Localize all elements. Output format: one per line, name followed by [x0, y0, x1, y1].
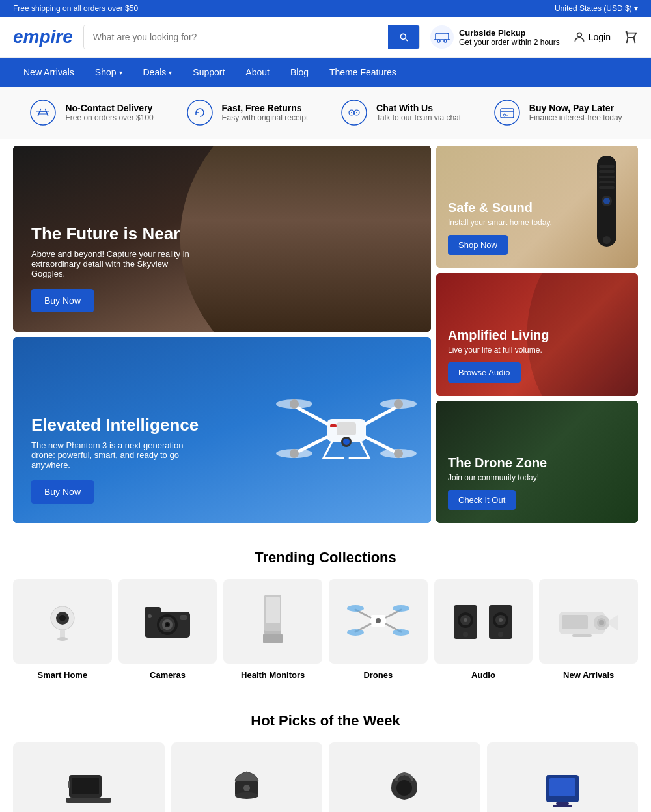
- chat-title: Chat With Us: [376, 103, 461, 113]
- top-bar-right[interactable]: United States (USD $) ▾: [555, 4, 638, 13]
- svg-point-3: [577, 33, 581, 37]
- trending-section: Trending Collections Smart Home: [0, 523, 651, 693]
- svg-point-51: [166, 623, 169, 626]
- deals-arrow: ▾: [169, 69, 172, 76]
- returns-sub: Easy with original receipt: [222, 113, 309, 122]
- audio-button[interactable]: Browse Audio: [448, 362, 521, 383]
- pay-later-sub: Finance interest-free today: [529, 113, 622, 122]
- nav-new-arrivals[interactable]: New Arrivals: [13, 58, 85, 87]
- drone-zone-content: The Drone Zone Join our community today!…: [436, 401, 638, 523]
- audio-description: Live your life at full volume.: [448, 345, 626, 355]
- login-button[interactable]: Login: [573, 31, 611, 44]
- pay-later-title: Buy Now, Pay Later: [529, 103, 622, 113]
- svg-point-13: [503, 114, 506, 116]
- drone-buy-button[interactable]: Buy Now: [31, 480, 94, 504]
- hot-picks-title: Hot Picks of the Week: [13, 712, 638, 729]
- hot-pick-1[interactable]: [13, 742, 165, 812]
- svg-rect-52: [180, 615, 187, 620]
- svg-point-78: [498, 632, 503, 637]
- drone-zone-description: Join our community today!: [448, 473, 626, 482]
- hot-pick-4[interactable]: [487, 742, 639, 812]
- svg-rect-88: [68, 781, 70, 788]
- svg-point-65: [393, 605, 409, 612]
- svg-point-4: [31, 100, 55, 125]
- trending-title: Trending Collections: [13, 549, 638, 566]
- collection-img-cameras: [118, 579, 217, 664]
- svg-rect-96: [556, 802, 569, 805]
- drone-description: The new Phantom 3 is a next generation d…: [31, 440, 201, 470]
- svg-point-11: [495, 100, 519, 125]
- nav-support[interactable]: Support: [182, 58, 235, 87]
- nav-theme-features[interactable]: Theme Features: [319, 58, 407, 87]
- vr-buy-button[interactable]: Buy Now: [31, 289, 94, 312]
- curbside-pickup: Curbside Pickup Get your order within 2 …: [430, 25, 560, 49]
- hero-left: The Future is Near Above and beyond! Cap…: [13, 146, 431, 523]
- shop-arrow: ▾: [119, 69, 122, 76]
- svg-point-10: [356, 112, 357, 113]
- hot-pick-2[interactable]: [171, 742, 323, 812]
- drone-zone-button[interactable]: Check It Out: [448, 490, 516, 510]
- search-input[interactable]: [84, 25, 388, 49]
- collection-label-audio: Audio: [434, 670, 533, 680]
- hero-drone-card: Elevated Intelligence The new Phantom 3 …: [13, 337, 431, 523]
- hero-vr-content: The Future is Near Above and beyond! Cap…: [13, 146, 431, 332]
- svg-point-67: [393, 629, 409, 636]
- curbside-title: Curbside Pickup: [459, 28, 560, 38]
- curbside-subtitle: Get your order within 2 hours: [459, 38, 560, 47]
- collection-label-smart-home: Smart Home: [13, 670, 112, 680]
- collection-img-health: [223, 579, 322, 664]
- audio-content: Amplified Living Live your life at full …: [436, 273, 638, 396]
- returns-icon: [186, 98, 214, 127]
- collection-new-arrivals[interactable]: New Arrivals: [539, 579, 638, 680]
- collection-cameras[interactable]: Cameras: [118, 579, 217, 680]
- search-button[interactable]: [388, 25, 419, 49]
- cart-button[interactable]: [624, 30, 638, 44]
- nav-about[interactable]: About: [235, 58, 280, 87]
- svg-point-44: [57, 637, 68, 641]
- delivery-icon: [29, 98, 57, 127]
- returns-title: Fast, Free Returns: [222, 103, 309, 113]
- top-bar: Free shipping on all orders over $50 Uni…: [0, 0, 651, 17]
- nav-blog[interactable]: Blog: [280, 58, 319, 87]
- collection-smart-home[interactable]: Smart Home: [13, 579, 112, 680]
- smart-home-button[interactable]: Shop Now: [448, 235, 508, 255]
- vr-description: Above and beyond! Capture your reality i…: [31, 249, 201, 278]
- feature-pay-later: Buy Now, Pay Later Finance interest-free…: [493, 98, 622, 127]
- svg-point-72: [464, 618, 467, 622]
- collection-grid: Smart Home Cameras: [13, 579, 638, 680]
- collection-health-monitors[interactable]: Health Monitors: [223, 579, 322, 680]
- collection-audio[interactable]: Audio: [434, 579, 533, 680]
- nav-shop[interactable]: Shop ▾: [85, 58, 133, 87]
- delivery-title: No-Contact Delivery: [65, 103, 153, 113]
- main-nav: New Arrivals Shop ▾ Deals ▾ Support Abou…: [0, 58, 651, 87]
- hero-audio-card: Amplified Living Live your life at full …: [436, 273, 638, 396]
- chat-sub: Talk to our team via chat: [376, 113, 461, 122]
- top-bar-left: Free shipping on all orders over $50: [13, 4, 138, 13]
- login-label: Login: [589, 32, 611, 42]
- hero-vr-card: The Future is Near Above and beyond! Cap…: [13, 146, 431, 332]
- collection-img-audio: [434, 579, 533, 664]
- search-icon: [398, 32, 409, 42]
- smart-home-title: Safe & Sound: [448, 200, 626, 215]
- nav-deals[interactable]: Deals ▾: [133, 58, 183, 87]
- collection-img-new-arrivals: [539, 579, 638, 664]
- svg-rect-84: [572, 634, 592, 637]
- hot-picks-grid: [13, 742, 638, 812]
- collection-drones[interactable]: Drones: [329, 579, 428, 680]
- svg-point-5: [187, 100, 212, 125]
- hero-section: The Future is Near Above and beyond! Cap…: [0, 146, 651, 523]
- hot-pick-3[interactable]: [329, 742, 480, 812]
- svg-point-8: [351, 112, 352, 113]
- svg-rect-83: [562, 615, 588, 629]
- cart-icon: [624, 30, 638, 44]
- svg-point-92: [243, 785, 250, 791]
- hero-smart-home-card: Safe & Sound Install your smart home tod…: [436, 146, 638, 268]
- logo[interactable]: empire: [13, 27, 73, 47]
- svg-point-93: [396, 780, 412, 796]
- svg-point-82: [599, 620, 604, 625]
- svg-point-77: [499, 618, 503, 622]
- svg-point-68: [376, 618, 381, 623]
- hero-drone-content: Elevated Intelligence The new Phantom 3 …: [13, 337, 431, 523]
- svg-rect-87: [66, 798, 111, 803]
- hero-right: Safe & Sound Install your smart home tod…: [436, 146, 638, 523]
